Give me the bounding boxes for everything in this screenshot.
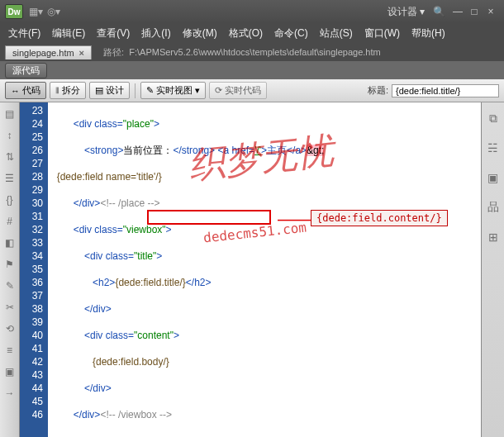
extend-dropdown-icon[interactable]: ◎▾ [46, 4, 61, 19]
select-parent-icon[interactable]: ☰ [3, 172, 17, 185]
menu-window[interactable]: 窗口(W) [364, 26, 400, 40]
open-docs-icon[interactable]: ▤ [3, 107, 17, 121]
source-code-button[interactable]: 源代码 [5, 63, 47, 78]
css-panel-icon[interactable]: ☵ [486, 140, 501, 155]
collapse-icon[interactable]: ↕ [3, 129, 17, 142]
window-close-button[interactable]: × [483, 6, 499, 17]
syntax-error-icon[interactable]: ⚑ [3, 258, 17, 271]
panel-dock-right: ⧉ ☵ ▣ 品 ⊞ [481, 102, 504, 437]
live-code-button[interactable]: ⟳ 实时代码 [209, 82, 267, 99]
layout-dropdown-icon[interactable]: ▦▾ [28, 4, 43, 19]
workspace-label[interactable]: 设计器 ▾ [388, 5, 425, 19]
line-number-gutter: 2324252627282930313233343536373839404142… [20, 102, 48, 437]
files-panel-icon[interactable]: 品 [486, 200, 501, 215]
ap-elements-icon[interactable]: ▣ [486, 170, 501, 185]
tab-close-icon[interactable]: × [79, 48, 84, 58]
move-css-icon[interactable]: ▣ [3, 365, 17, 378]
recent-snippets-icon[interactable]: ≡ [3, 344, 17, 357]
menu-help[interactable]: 帮助(H) [411, 26, 445, 40]
toolbar-separator [135, 83, 136, 98]
assets-panel-icon[interactable]: ⊞ [486, 230, 501, 245]
menu-edit[interactable]: 编辑(E) [52, 26, 85, 40]
title-field-label: 标题: [368, 84, 388, 97]
expand-icon[interactable]: ⇅ [3, 150, 17, 164]
document-toolbar: ↔ 代码 ⫴ 拆分 ▤ 设计 ✎ 实时视图 ▾ ⟳ 实时代码 标题: {dede… [0, 79, 504, 102]
menu-bar: 文件(F) 编辑(E) 查看(V) 插入(I) 修改(M) 格式(O) 命令(C… [0, 23, 504, 43]
search-icon[interactable]: 🔍 [431, 4, 446, 19]
window-minimize-button[interactable]: — [449, 6, 466, 17]
menu-site[interactable]: 站点(S) [320, 26, 353, 40]
file-path: 路径: F:\APMServ5.2.6\www\htdocs\templets\… [103, 46, 381, 59]
window-maximize-button[interactable]: □ [466, 6, 483, 17]
apply-comment-icon[interactable]: ✎ [3, 279, 17, 292]
menu-view[interactable]: 查看(V) [97, 26, 130, 40]
code-editor[interactable]: 2324252627282930313233343536373839404142… [20, 102, 481, 437]
annotation-highlight-source [147, 210, 271, 225]
remove-comment-icon[interactable]: ✂ [3, 301, 17, 314]
line-numbers-icon[interactable]: # [3, 215, 17, 228]
live-view-button[interactable]: ✎ 实时视图 ▾ [140, 82, 206, 99]
document-tab-bar: singlepage.htm × 路径: F:\APMServ5.2.6\www… [0, 43, 504, 61]
menu-commands[interactable]: 命令(C) [274, 26, 308, 40]
related-files-bar: 源代码 [0, 61, 504, 79]
code-view-button[interactable]: ↔ 代码 [5, 82, 46, 99]
split-view-button[interactable]: ⫴ 拆分 [50, 82, 86, 99]
main-area: ▤ ↕ ⇅ ☰ {} # ◧ ⚑ ✎ ✂ ⟲ ≡ ▣ → 23242526272… [0, 102, 504, 437]
wrap-tag-icon[interactable]: ⟲ [3, 322, 17, 335]
menu-file[interactable]: 文件(F) [8, 26, 40, 40]
tab-label: singlepage.htm [12, 48, 74, 58]
highlight-icon[interactable]: ◧ [3, 236, 17, 249]
balance-braces-icon[interactable]: {} [3, 193, 17, 207]
document-tab[interactable]: singlepage.htm × [5, 45, 92, 59]
design-view-button[interactable]: ▤ 设计 [89, 82, 130, 99]
title-field[interactable]: {dede:field.title/} [392, 84, 499, 97]
indent-icon[interactable]: → [3, 387, 17, 400]
menu-format[interactable]: 格式(O) [229, 26, 263, 40]
title-bar: Dw ▦▾ ◎▾ 设计器 ▾ 🔍 — □ × [0, 0, 504, 23]
insert-panel-icon[interactable]: ⧉ [486, 111, 501, 126]
code-content[interactable]: <div class="place"> <strong>当前位置：</stron… [48, 102, 481, 437]
annotation-highlight-target: {dede:field.content/} [311, 210, 448, 226]
code-toolbar-left: ▤ ↕ ⇅ ☰ {} # ◧ ⚑ ✎ ✂ ⟲ ≡ ▣ → [0, 102, 20, 437]
menu-insert[interactable]: 插入(I) [141, 26, 170, 40]
menu-modify[interactable]: 修改(M) [183, 26, 217, 40]
app-logo-icon: Dw [5, 4, 23, 19]
